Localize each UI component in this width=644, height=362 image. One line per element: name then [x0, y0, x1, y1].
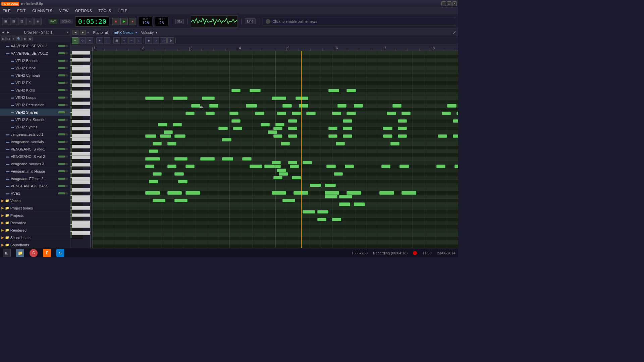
white-key[interactable] [70, 69, 90, 73]
volume-slider[interactable] [58, 178, 68, 180]
black-key[interactable] [70, 217, 83, 221]
white-key[interactable] [70, 76, 90, 80]
tool-zoom-in[interactable]: + [96, 37, 103, 44]
note[interactable] [255, 112, 264, 115]
black-key[interactable] [70, 235, 83, 239]
note[interactable] [339, 195, 352, 198]
note[interactable] [173, 97, 187, 100]
white-key[interactable] [70, 112, 90, 116]
volume-slider[interactable] [58, 74, 68, 76]
sidebar-item[interactable]: ▬Vengean..mal House [0, 168, 70, 175]
sidebar-item[interactable]: ▬VEH2 Sp..Sounds [0, 116, 70, 123]
note[interactable] [153, 142, 162, 145]
note[interactable] [379, 191, 394, 194]
note[interactable] [153, 172, 162, 176]
sidebar-item[interactable]: ▬VEH2 Synths [0, 123, 70, 131]
note[interactable] [261, 123, 270, 126]
note[interactable] [288, 119, 297, 123]
note[interactable] [346, 112, 356, 115]
note[interactable] [272, 161, 281, 164]
black-key[interactable] [70, 73, 83, 76]
note[interactable] [222, 138, 231, 141]
stop-button[interactable]: ■ [112, 18, 119, 25]
note[interactable] [328, 127, 337, 130]
white-key[interactable] [70, 156, 90, 159]
note[interactable] [231, 119, 240, 123]
note-grid[interactable]: ✏ [92, 51, 458, 248]
note[interactable] [345, 165, 354, 168]
note[interactable] [167, 191, 182, 194]
volume-slider[interactable] [58, 170, 68, 172]
pr-prev[interactable]: ◄ [72, 30, 78, 35]
note[interactable] [231, 89, 240, 92]
beat-counter[interactable]: BEAT 28 [155, 17, 168, 26]
close-button[interactable]: × [452, 1, 457, 6]
note[interactable] [303, 210, 315, 214]
sidebar-item[interactable]: ▬VEH2 Percussion [0, 101, 70, 109]
black-key[interactable] [70, 141, 83, 145]
song-btn[interactable]: SONG [60, 19, 72, 24]
menu-tools[interactable]: TOOLS [97, 8, 112, 13]
note[interactable] [250, 165, 262, 168]
note[interactable] [288, 161, 297, 164]
white-key[interactable] [70, 188, 90, 192]
browser-tool-4[interactable]: 🔍 [16, 37, 22, 41]
note[interactable] [381, 165, 390, 168]
tool-flip[interactable]: ↔ [128, 37, 135, 44]
note[interactable] [191, 104, 200, 107]
note[interactable] [174, 157, 187, 161]
black-key[interactable] [70, 159, 83, 163]
white-key[interactable] [70, 127, 90, 130]
note[interactable] [401, 191, 416, 194]
browser-close[interactable]: × [67, 30, 69, 34]
sidebar-item[interactable]: ▬Vengeance..sentials [0, 138, 70, 145]
note[interactable] [401, 112, 411, 115]
white-key[interactable] [70, 65, 90, 69]
volume-slider[interactable] [58, 192, 68, 194]
note[interactable] [149, 149, 158, 153]
note[interactable] [354, 202, 365, 206]
black-key[interactable] [70, 123, 83, 127]
sidebar-item[interactable]: ▬VEH2 FX [0, 79, 70, 86]
sidebar-item[interactable]: ▶ 📁Projects [0, 212, 70, 219]
plugins-icon[interactable]: ⊕ [34, 18, 42, 25]
note[interactable] [292, 112, 301, 115]
note[interactable] [246, 104, 257, 107]
note[interactable] [167, 142, 176, 145]
note[interactable] [233, 127, 242, 130]
note[interactable] [310, 184, 321, 187]
note[interactable] [328, 134, 337, 138]
note[interactable] [242, 157, 251, 161]
note[interactable] [178, 180, 187, 183]
note[interactable] [398, 134, 407, 138]
white-key[interactable] [70, 90, 90, 94]
white-key[interactable] [70, 195, 90, 199]
note[interactable] [290, 165, 299, 168]
pr-instrument-arrow[interactable]: ▼ [135, 31, 138, 34]
note[interactable] [383, 134, 392, 138]
white-key[interactable] [70, 224, 90, 228]
note[interactable] [453, 134, 458, 138]
tool-arp[interactable]: ♪ [153, 37, 159, 44]
pr-instrument[interactable]: reFX Nexus [114, 31, 133, 35]
note[interactable] [457, 112, 458, 115]
black-key[interactable] [70, 62, 83, 65]
sidebar-item[interactable]: ▬VENGEAN_ATE BASS [0, 182, 70, 190]
note[interactable] [282, 104, 291, 107]
note[interactable] [343, 127, 352, 130]
play-button[interactable]: ▶ [120, 18, 128, 25]
news-bar[interactable]: Click to enable online news [263, 17, 456, 26]
note[interactable] [264, 165, 275, 168]
note[interactable] [326, 165, 335, 168]
skype-icon[interactable]: S [56, 249, 64, 257]
sidebar-item[interactable]: ▶ 📁Sliced beats [0, 234, 70, 241]
volume-slider[interactable] [58, 163, 68, 165]
black-key[interactable] [70, 202, 83, 206]
note[interactable] [392, 104, 401, 107]
volume-slider[interactable] [58, 60, 68, 62]
note[interactable] [447, 104, 456, 107]
note[interactable] [383, 127, 392, 130]
note[interactable] [250, 89, 261, 92]
volume-slider[interactable] [58, 89, 68, 91]
white-key[interactable] [70, 221, 90, 224]
